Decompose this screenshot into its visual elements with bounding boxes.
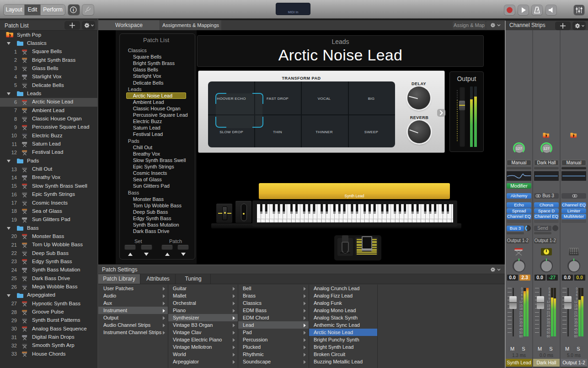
svg-text:i: i bbox=[73, 7, 74, 12]
